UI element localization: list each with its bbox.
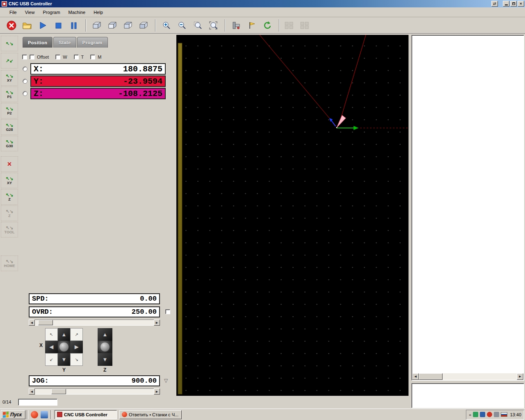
menu-help[interactable]: Help [90, 9, 107, 16]
zoom-window-button[interactable] [190, 18, 205, 32]
x-axis-value: 180.8875 [123, 64, 162, 74]
axis-row-x: X: 180.8875 [20, 63, 176, 75]
jog-diagonal-upright-button[interactable]: ↗ [70, 328, 83, 341]
run-button[interactable] [35, 18, 50, 32]
ovrd-checkbox[interactable] [165, 309, 170, 314]
sidebar-item-zero-z[interactable]: ↖↘ Z [1, 189, 18, 205]
jog-slider-thumb[interactable] [51, 389, 66, 394]
start-button[interactable]: Пуск [1, 410, 25, 419]
offset-checkbox-2[interactable] [30, 55, 34, 59]
toolpath-3d-view[interactable] [176, 35, 409, 396]
sidebar-item-zero-xy[interactable]: ↖↘ XY [1, 173, 18, 188]
sidebar-item-jog-to-position[interactable]: ↗↙ [1, 53, 18, 68]
tray-icon-4[interactable] [494, 412, 499, 417]
probe-button[interactable] [244, 18, 259, 32]
jog-z-minus-button[interactable]: ▼ [98, 353, 112, 366]
z-axis-radio[interactable] [23, 91, 27, 96]
tray-expand-icon[interactable]: « [469, 412, 471, 417]
jog-x-minus-button[interactable]: ◀ [45, 341, 58, 354]
keyboard-layout-flag-icon[interactable] [501, 412, 507, 417]
titlebar: CNC USB Controller ⇄ × [0, 0, 525, 7]
jog-diagonal-downleft-button[interactable]: ↙ [45, 353, 58, 366]
minimize-button[interactable] [503, 1, 509, 7]
sidebar-item-goto-g28[interactable]: ↖↘ G28 [1, 119, 18, 135]
sidebar-item-cancel[interactable]: × [1, 156, 18, 172]
view-front-button[interactable] [121, 18, 135, 32]
menu-file[interactable]: File [6, 9, 21, 16]
restore-button[interactable] [510, 1, 517, 7]
toolpath-graphics [176, 35, 409, 396]
quicklaunch-desktop-icon[interactable] [41, 411, 48, 418]
view-side-button[interactable] [136, 18, 151, 32]
offset-checkbox-1[interactable] [22, 55, 27, 59]
tab-state[interactable]: State [53, 37, 76, 48]
close-button[interactable]: × [518, 1, 524, 7]
x-axis-radio[interactable] [23, 66, 27, 71]
t-checkbox[interactable] [74, 55, 79, 59]
open-folder-icon [22, 21, 32, 30]
pause-button[interactable] [66, 18, 81, 32]
slider-right-arrow-icon[interactable]: ▶ [154, 320, 160, 326]
jog-slider[interactable]: ◀ ▶ [29, 388, 160, 395]
sidebar-item-goto-p1[interactable]: ↖↘ P1 [1, 87, 18, 102]
sidebar-item-goto-xy[interactable]: ↖↘ XY [1, 70, 18, 86]
m-checkbox[interactable] [90, 55, 95, 59]
jog-z-plus-button[interactable]: ▲ [98, 328, 112, 341]
y-axis-value: -23.9594 [123, 77, 162, 86]
progress-bar [18, 399, 57, 406]
jog-arrows-icon: ↖↘ [6, 107, 13, 111]
zoom-extents-button[interactable] [206, 18, 221, 32]
y-axis-radio[interactable] [23, 79, 27, 84]
tray-icon-2[interactable] [480, 412, 485, 417]
gcode-list-panel[interactable]: ◀ ▶ [411, 35, 524, 381]
emergency-stop-button[interactable] [4, 18, 19, 32]
gcode-horizontal-scrollbar[interactable]: ◀ ▶ [412, 373, 523, 380]
output-log-panel[interactable] [411, 383, 524, 408]
menu-view[interactable]: View [21, 9, 39, 16]
jog-y-plus-button[interactable]: ▲ [58, 328, 71, 341]
zoom-out-button[interactable] [175, 18, 189, 32]
jog-z-knob[interactable] [98, 341, 112, 354]
jog-dropdown-icon[interactable]: ▽ [164, 378, 168, 383]
jog-diagonal-upleft-button[interactable]: ↖ [45, 328, 58, 341]
jog-diagonal-downright-button[interactable]: ↘ [70, 353, 83, 366]
tool-icon: ↖↘ [6, 226, 13, 230]
scroll-left-arrow-icon[interactable]: ◀ [412, 373, 419, 380]
tab-position[interactable]: Position [23, 37, 52, 48]
machine-button[interactable] [229, 18, 244, 32]
tray-icon-3[interactable] [487, 412, 492, 417]
view-iso-button[interactable] [89, 18, 104, 32]
stop-button[interactable] [51, 18, 66, 32]
tool-cone [337, 115, 346, 128]
jog-center-knob[interactable] [58, 341, 71, 354]
refresh-button[interactable] [260, 18, 275, 32]
task-button-browser[interactable]: Ответить • Станки с Ч... [119, 410, 182, 419]
panel-tabs: Position State Program [23, 37, 109, 48]
jog-y-minus-button[interactable]: ▼ [58, 353, 71, 366]
sidebar-item-jog-to-zero[interactable]: ↖↘ [1, 36, 18, 51]
scroll-right-arrow-icon[interactable]: ▶ [517, 373, 523, 380]
jog-arrows-icon: ↖↘ [6, 74, 13, 78]
slider-right-arrow-icon[interactable]: ▶ [154, 388, 160, 395]
system-tray: « 13:40 [466, 410, 524, 420]
dock-button[interactable]: ⇄ [491, 1, 498, 7]
ovrd-slider[interactable]: ◀ ▶ [29, 320, 160, 326]
task-button-cnc[interactable]: CNC USB Controller [55, 410, 117, 419]
view-top-button[interactable] [105, 18, 120, 32]
cube-icon [139, 21, 148, 30]
slider-left-arrow-icon[interactable]: ◀ [29, 388, 35, 395]
zoom-in-button[interactable] [159, 18, 174, 32]
menu-program[interactable]: Program [39, 9, 64, 16]
w-checkbox[interactable] [55, 55, 60, 59]
jog-x-plus-button[interactable]: ▶ [70, 341, 83, 354]
menu-machine[interactable]: Machine [65, 9, 89, 16]
sidebar-item-goto-p2[interactable]: ↖↘ P2 [1, 103, 18, 119]
tab-program[interactable]: Program [77, 37, 108, 48]
slider-left-arrow-icon[interactable]: ◀ [29, 320, 35, 326]
open-file-button[interactable] [20, 18, 34, 32]
quicklaunch-browser-icon[interactable] [31, 411, 38, 418]
hscroll-thumb[interactable] [419, 373, 443, 380]
sidebar-item-goto-g30[interactable]: ↖↘ G30 [1, 136, 18, 151]
ovrd-slider-thumb[interactable] [38, 320, 53, 325]
tray-icon-1[interactable] [473, 412, 478, 417]
